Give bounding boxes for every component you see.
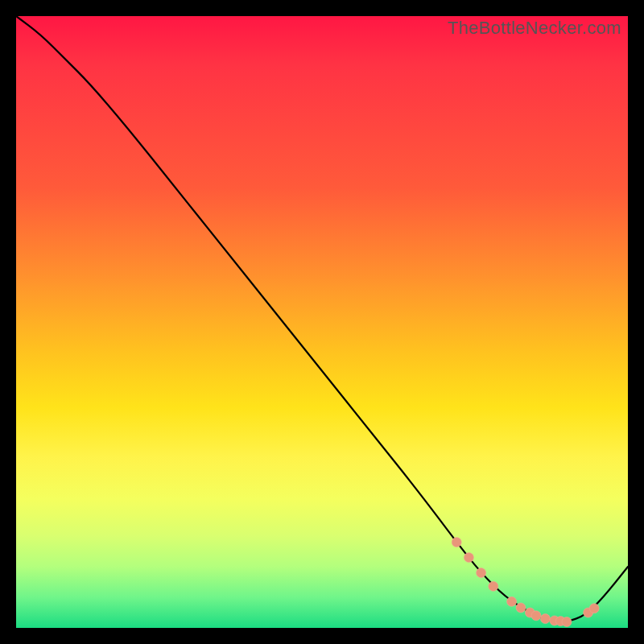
chart-overlay	[16, 16, 628, 628]
highlight-point	[516, 603, 526, 613]
highlight-point	[562, 617, 572, 626]
chart-stage: TheBottleNecker.com	[0, 0, 644, 644]
highlight-point	[464, 553, 473, 563]
highlight-point	[531, 611, 541, 621]
highlight-markers	[452, 538, 599, 627]
highlight-point	[540, 614, 550, 624]
bottleneck-curve	[16, 16, 628, 621]
plot-area: TheBottleNecker.com	[16, 16, 628, 628]
highlight-point	[507, 597, 517, 606]
highlight-point	[452, 538, 461, 547]
highlight-point	[477, 568, 486, 578]
highlight-point	[589, 604, 599, 613]
highlight-point	[489, 581, 498, 591]
